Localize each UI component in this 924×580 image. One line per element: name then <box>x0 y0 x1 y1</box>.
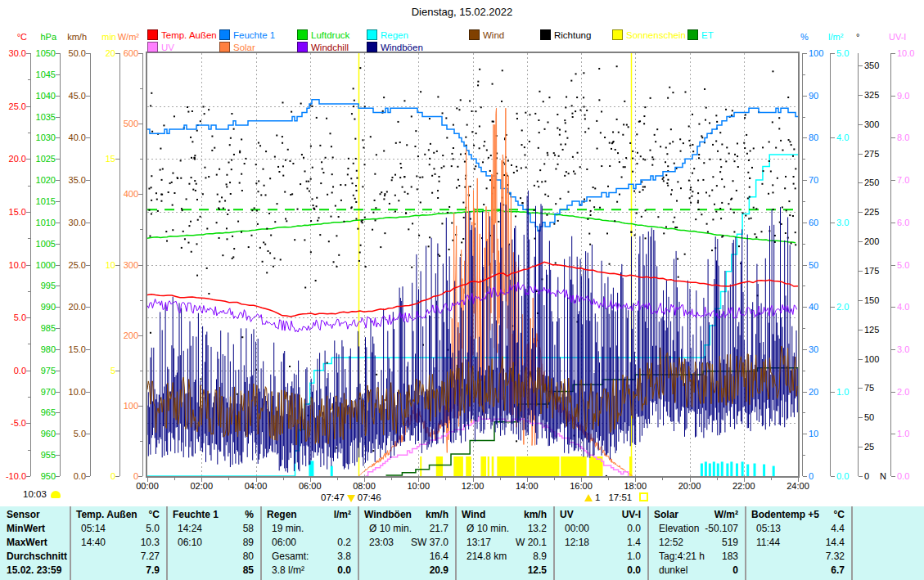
axis-tick-label: 3.0 <box>897 344 924 354</box>
axis-tick <box>859 476 863 477</box>
axis-tick-label: 6.0 <box>897 218 924 227</box>
axis-tick-label: 4.0 <box>836 133 869 142</box>
axis-tick <box>26 317 30 318</box>
axis-tick <box>831 137 835 138</box>
axis-tick-label: 1015 <box>21 196 56 206</box>
axis-tick-label: 500 <box>104 119 138 128</box>
axis-tick-label: 0 <box>104 471 138 481</box>
axis-tick <box>859 212 863 213</box>
axis-tick <box>859 300 863 301</box>
axis-minor-tick <box>803 117 805 118</box>
axis-minor-tick <box>803 328 805 329</box>
axis-tick-label: 3.0 <box>836 218 869 227</box>
axis-tick <box>138 406 142 407</box>
axis-tick <box>86 96 90 97</box>
chart-canvas <box>147 53 798 476</box>
axis-tick-label: 950 <box>21 471 56 481</box>
axis-tick <box>803 392 807 393</box>
x-axis-label: 04:00 <box>238 481 274 491</box>
sunset-square-icon <box>639 492 648 501</box>
x-axis-label: 00:00 <box>129 481 165 491</box>
table-cell-value: 7.27 <box>70 550 160 564</box>
axis-tick <box>803 265 807 266</box>
first-sunshine-marker: 10:03 <box>23 489 61 499</box>
x-axis-tick <box>147 478 148 482</box>
axis-minor-tick <box>28 397 30 398</box>
axis-tick-label: 90 <box>809 91 841 101</box>
x-axis-tick <box>581 478 582 482</box>
legend-label: ET <box>701 30 714 40</box>
axis-tick <box>26 212 30 213</box>
axis-tick <box>56 201 60 202</box>
axis-tick <box>831 476 835 477</box>
legend-swatch <box>612 29 623 40</box>
axis-tick-label: 100 <box>104 401 138 411</box>
axis-tick <box>891 96 895 97</box>
axis-tick <box>859 124 863 125</box>
axis-unit-label: hPa <box>22 32 56 42</box>
x-axis-label: 14:00 <box>509 481 545 491</box>
x-axis-tick <box>717 478 718 480</box>
legend-item-luftdruck: Luftdruck <box>297 27 349 38</box>
x-axis-tick <box>310 478 311 482</box>
legend-item-windchill: Windchill <box>297 39 349 50</box>
table-cell-value: 3.8 <box>260 550 351 564</box>
x-axis-tick <box>500 478 501 480</box>
axis-tick-label: 200 <box>104 330 138 340</box>
table-col-unit: W/m² <box>647 508 738 522</box>
axis-tick-label: 5.0 <box>52 429 86 438</box>
axis-tick-label: 960 <box>21 429 56 438</box>
axis-tick-label: 300 <box>864 119 897 129</box>
axis-tick-label: 30.0 <box>52 218 86 227</box>
x-axis-label: 10:00 <box>400 481 436 491</box>
x-axis-tick <box>473 478 474 482</box>
axis-tick <box>859 388 863 389</box>
axis-tick-label: 1.0 <box>897 429 924 438</box>
axis-tick-label: 0.0 <box>897 471 924 481</box>
axis-line <box>142 53 143 476</box>
sunrise-time-today: 07:47 <box>321 492 345 502</box>
table-cell-value: 0.0 <box>553 564 641 578</box>
table-col-unit: km/h <box>358 508 448 522</box>
axis-tick-label: 40.0 <box>52 133 86 142</box>
axis-tick-label: 1050 <box>21 48 56 58</box>
axis-unit-label: W/m² <box>105 32 139 42</box>
axis-tick-label: 8.0 <box>897 133 924 142</box>
axis-tick-label: 990 <box>21 302 56 312</box>
x-axis-tick <box>445 478 446 480</box>
axis-tick <box>831 307 835 308</box>
axis-tick <box>138 124 142 124</box>
axis-tick <box>831 392 835 393</box>
axis-tick-label: 980 <box>21 344 56 354</box>
axis-tick <box>803 137 807 138</box>
axis-minor-tick <box>803 74 805 75</box>
legend-label: Sonnenschein <box>626 30 686 40</box>
axis-tick-label: 20.0 <box>52 302 86 312</box>
axis-tick <box>891 265 895 266</box>
x-axis-label: 06:00 <box>292 481 328 491</box>
axis-line <box>858 53 859 476</box>
axis-tick <box>859 65 863 66</box>
axis-minor-tick <box>803 286 805 286</box>
x-axis-tick <box>771 478 772 480</box>
axis-minor-tick <box>140 88 142 89</box>
legend-label: Wind <box>483 30 504 40</box>
axis-tick <box>891 349 895 350</box>
x-axis-tick <box>364 478 365 482</box>
axis-tick <box>891 434 895 434</box>
axis-tick <box>26 423 30 424</box>
axis-tick <box>891 392 895 393</box>
axis-tick <box>859 182 863 183</box>
axis-tick-label: 985 <box>21 323 56 333</box>
x-axis-tick <box>744 478 745 482</box>
legend-label: Windchill <box>311 43 349 52</box>
legend-item-temp-au-en: Temp. Außen <box>147 27 217 38</box>
x-axis-label: 16:00 <box>563 481 599 491</box>
axis-minor-tick <box>803 201 805 202</box>
axis-tick-label: 125 <box>864 325 897 335</box>
axis-tick <box>86 307 90 308</box>
axis-minor-tick <box>140 159 142 160</box>
x-axis-tick <box>527 478 528 482</box>
table-cell-label: 19 min. <box>272 522 304 536</box>
axis-line <box>830 53 831 476</box>
